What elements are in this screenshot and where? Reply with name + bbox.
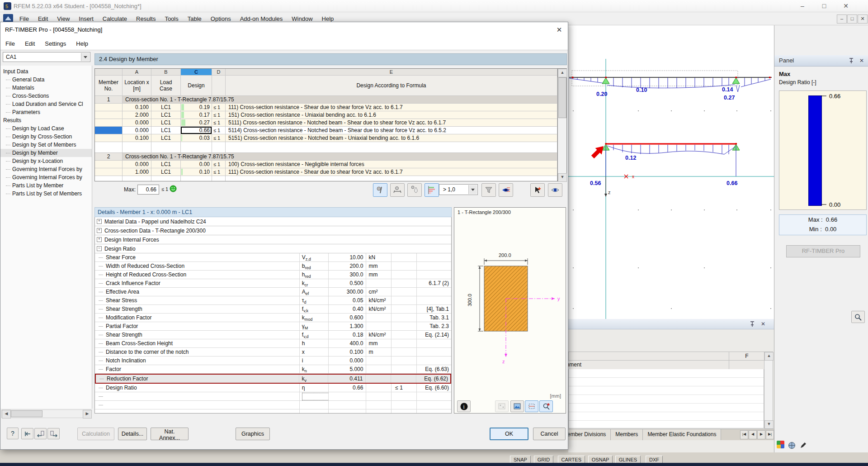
result-bars-button[interactable]: [425, 183, 439, 197]
sidebar-item-governing-internal-forces-by[interactable]: Governing Internal Forces by: [0, 173, 92, 181]
details-row[interactable]: Design Ratioη0.66≤ 1Eq. (6.60): [95, 384, 451, 392]
mdi-restore-button[interactable]: □: [847, 14, 857, 24]
dialog-menu-item-help[interactable]: Help: [71, 38, 93, 49]
column-letter-a[interactable]: A: [123, 69, 151, 76]
maximize-button[interactable]: □: [814, 0, 835, 12]
mdi-minimize-button[interactable]: –: [837, 14, 847, 24]
sidebar-item-materials[interactable]: Materials: [0, 84, 92, 92]
section-zoom-settings-button[interactable]: [539, 400, 553, 412]
dock-close-icon[interactable]: ✕: [759, 320, 767, 328]
details-row[interactable]: Crack Influence Factorkcr0.5006.1.7 (2): [95, 279, 451, 288]
funnel-button[interactable]: [481, 183, 496, 197]
sidebar-item-design-by-x-location[interactable]: Design by x-Location: [0, 157, 92, 165]
tab-first-icon[interactable]: |◀: [740, 430, 748, 439]
design-case-select[interactable]: CA1: [3, 52, 90, 62]
tab-next-icon[interactable]: ▶: [757, 430, 765, 439]
details-section-cross-section-data-t-rectangle-200-300[interactable]: +Cross-section Data - T-Rectangle 200/30…: [95, 226, 451, 235]
scroll-down-icon[interactable]: ▼: [558, 173, 567, 182]
relaxed-filter-button[interactable]: [407, 183, 422, 197]
dock-table-body[interactable]: [568, 369, 764, 428]
sidebar-item-governing-internal-forces-by[interactable]: Governing Internal Forces by: [0, 165, 92, 173]
details-row-highlighted[interactable]: Reduction Factorkv0.411Eq. (6.62): [95, 374, 451, 384]
section-render-button[interactable]: [510, 400, 524, 412]
sidebar-item-general-data[interactable]: General Data: [0, 76, 92, 84]
details-row[interactable]: Beam Cross-Section Heighth400.0mm: [95, 339, 451, 348]
tab-prev-icon[interactable]: ◀: [749, 430, 757, 439]
graphics-button[interactable]: Graphics: [236, 428, 270, 440]
table-vertical-scrollbar[interactable]: ▲ ▼: [558, 68, 567, 181]
details-row[interactable]: Partial FactorγM1.300Tab. 2.3: [95, 322, 451, 331]
dialog-close-icon[interactable]: ✕: [554, 25, 565, 35]
dialog-titlebar[interactable]: RF-TIMBER Pro - [004558_Notching] ✕: [0, 22, 568, 38]
help-button[interactable]: ?: [7, 428, 19, 439]
tab-members[interactable]: Members: [611, 429, 643, 440]
scroll-right-icon[interactable]: ▶: [83, 410, 92, 418]
section-values-button[interactable]: [495, 400, 509, 412]
dialog-menu-item-settings[interactable]: Settings: [40, 38, 71, 49]
select-in-graphic-button[interactable]: [530, 183, 545, 197]
minimize-button[interactable]: –: [792, 0, 813, 12]
ok-button[interactable]: OK: [490, 428, 528, 440]
table-row[interactable]: 0.100LC10.03≤ 15151) Cross-section resis…: [95, 134, 557, 142]
pin-icon[interactable]: [749, 321, 755, 327]
sidebar-item-load-duration-and-service-cl[interactable]: Load Duration and Service Cl: [0, 100, 92, 108]
member-filter-button[interactable]: [390, 183, 405, 197]
tab-member-elastic-foundations[interactable]: Member Elastic Foundations: [643, 429, 721, 440]
chevron-down-icon[interactable]: [468, 185, 477, 194]
table-row[interactable]: 1.000LC10.10≤ 1111) Cross-section resist…: [95, 168, 557, 176]
column-letter-b[interactable]: B: [151, 69, 181, 76]
ratio-filter-select[interactable]: > 1,0: [439, 184, 478, 195]
column-letter-d[interactable]: D: [212, 69, 226, 76]
column-letter-e[interactable]: E: [226, 69, 557, 76]
details-row[interactable]: Height of Reduced Cross-Sectionhred300.0…: [95, 271, 451, 279]
scroll-left-icon[interactable]: ◀: [2, 410, 11, 418]
chevron-down-icon[interactable]: [81, 53, 90, 61]
table-row[interactable]: 0.000LC10.00≤ 1100) Cross-section resist…: [95, 161, 557, 168]
tab-last-icon[interactable]: ▶|: [766, 430, 774, 439]
scroll-up-icon[interactable]: ▲: [764, 352, 774, 361]
sidebar-item-design-by-load-case[interactable]: Design by Load Case: [0, 124, 92, 133]
design-by-member-table[interactable]: ABCDEMemberNo.Location x[m]LoadCaseDesig…: [94, 68, 558, 181]
details-row[interactable]: Width of Reduced Cross-Sectionbred200.0m…: [95, 262, 451, 271]
dialog-menu-item-file[interactable]: File: [0, 38, 20, 49]
scroll-up-icon[interactable]: ▲: [558, 69, 567, 77]
table-row[interactable]: 2.000LC10.17≤ 1151) Cross-section resist…: [95, 111, 557, 119]
details-row[interactable]: Notch Inclinationi0.000: [95, 357, 451, 365]
table-row[interactable]: 0.000LC10.66≤ 15114) Cross-section resis…: [95, 127, 557, 134]
details-row[interactable]: Shear Stressτd0.05kN/cm²: [95, 296, 451, 305]
mdi-close-button[interactable]: ✕: [858, 14, 868, 24]
sidebar-item-cross-sections[interactable]: Cross-Sections: [0, 92, 92, 100]
cross-section-group-row[interactable]: 2Cross-section No. 1 - T-Rectangle 7.87/…: [95, 153, 557, 161]
cross-section-group-row[interactable]: 1Cross-section No. 1 - T-Rectangle 7.87/…: [95, 96, 557, 104]
details-row[interactable]: Modification Factorkmod0.600Tab. 3.1: [95, 314, 451, 322]
details-section-material-data-pappel-und-nadelholz-c24[interactable]: +Material Data - Pappel und Nadelholz C2…: [95, 217, 451, 226]
details-table[interactable]: +Material Data - Pappel und Nadelholz C2…: [94, 217, 452, 414]
result-grid-icon[interactable]: [777, 441, 784, 450]
column-letter-c[interactable]: C: [181, 69, 212, 76]
details-cursor-row[interactable]: [95, 392, 451, 401]
table-row[interactable]: 0.000LC10.27≤ 15111) Cross-section resis…: [95, 119, 557, 127]
details-button[interactable]: Details...: [118, 428, 147, 440]
scroll-down-icon[interactable]: ▼: [764, 420, 774, 429]
module-button[interactable]: RF-TIMBER Pro: [786, 245, 860, 257]
scroll-thumb[interactable]: [558, 77, 566, 118]
table-row[interactable]: 0.100LC10.19≤ 1111) Cross-section resist…: [95, 104, 557, 111]
sidebar-item-design-by-cross-section[interactable]: Design by Cross-Section: [0, 133, 92, 141]
zoom-tool-button[interactable]: [851, 311, 864, 322]
show-in-graphic-button[interactable]: [548, 183, 562, 197]
details-section-design-internal-forces[interactable]: +Design Internal Forces: [95, 235, 451, 244]
section-dimensions-button[interactable]: [525, 400, 538, 412]
visibility-colors-button[interactable]: [499, 183, 513, 197]
globe-icon[interactable]: [788, 442, 796, 449]
close-button[interactable]: ✕: [835, 0, 856, 12]
section-info-button[interactable]: i: [457, 400, 471, 412]
navigator-horizontal-scrollbar[interactable]: ◀ ▶: [1, 409, 91, 418]
export-first-button[interactable]: [21, 428, 33, 439]
details-section-design-ratio[interactable]: −Design Ratio: [95, 244, 451, 253]
details-row[interactable]: Shear Strengthfv,k0.40kN/cm²[4], Tab.1: [95, 305, 451, 314]
cross-section-filter-button[interactable]: [373, 183, 387, 197]
sidebar-item-parts-list-by-set-of-members[interactable]: Parts List by Set of Members: [0, 190, 92, 198]
nat-annex-button[interactable]: Nat. Annex...: [151, 428, 189, 440]
details-row[interactable]: Factorkn5.000Eq. (6.63): [95, 365, 451, 374]
export-prev-button[interactable]: [34, 428, 47, 439]
